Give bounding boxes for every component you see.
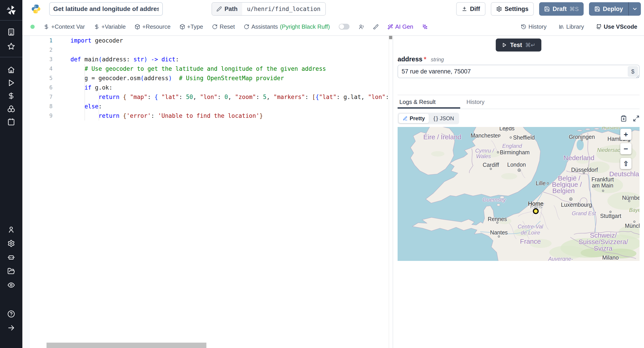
play-icon <box>8 79 15 87</box>
help-icon <box>8 310 15 318</box>
map-city-dot <box>510 137 512 139</box>
sidebar-item-workspace[interactable] <box>0 26 22 39</box>
sidebar-item-runs[interactable] <box>0 76 22 89</box>
map-city-dot <box>490 168 492 170</box>
view-pretty-label: Pretty <box>410 115 425 122</box>
brush-icon <box>373 24 378 30</box>
deploy-dropdown-button[interactable] <box>628 2 641 16</box>
map-locate-button[interactable]: ⇧ <box>620 158 632 169</box>
tab-history[interactable]: History <box>460 95 491 109</box>
map-zoom-in-button[interactable]: + <box>620 129 632 140</box>
ai-gen-button[interactable]: AI Gen <box>388 23 413 30</box>
vertical-scrollbar[interactable] <box>389 36 393 348</box>
sidebar-item-workers[interactable] <box>0 251 22 264</box>
address-input[interactable] <box>398 65 640 78</box>
braces-icon: { } <box>433 115 438 122</box>
copy-result-icon[interactable] <box>620 115 627 122</box>
sidebar-item-users[interactable] <box>0 223 22 236</box>
settings-label: Settings <box>505 6 528 13</box>
python-icon <box>31 4 41 14</box>
diff-icon <box>462 6 467 12</box>
map-city-dot <box>610 211 612 213</box>
home-icon <box>8 66 15 74</box>
code-line: return { "map": { "lat": 50, "lon": 0, "… <box>22 92 389 102</box>
add-type-label: +Type <box>187 23 203 30</box>
add-context-var-button[interactable]: +Context Var <box>44 23 85 30</box>
sidebar-item-home[interactable] <box>0 63 22 76</box>
arg-type: string <box>431 56 444 63</box>
arg-name: address <box>398 56 422 63</box>
map-city-dot <box>499 135 501 137</box>
reset-label: Reset <box>220 23 235 30</box>
result-map[interactable]: LeedsManchesterSheffieldBirminghamLondon… <box>398 127 640 261</box>
settings-button[interactable]: Settings <box>491 2 534 16</box>
dollar-icon <box>8 92 15 100</box>
sparkles-icon <box>422 24 428 30</box>
horizontal-scrollbar-thumb[interactable] <box>46 343 206 348</box>
test-button[interactable]: Test ⌘↵ <box>496 39 541 52</box>
dollar-icon <box>44 24 49 30</box>
boxes-icon <box>8 105 15 113</box>
bot-icon <box>8 254 15 261</box>
diff-button[interactable]: Diff <box>456 2 486 16</box>
draft-shortcut: ⌘S <box>569 6 579 12</box>
map-city-dot <box>583 172 585 174</box>
draft-button[interactable]: Draft ⌘S <box>539 2 584 16</box>
star-icon <box>8 43 15 50</box>
view-switcher: Pretty { } JSON <box>398 113 459 124</box>
assistants-button[interactable]: Assistants (Pyright Black Ruff) <box>244 23 330 30</box>
library-label: Library <box>566 23 584 30</box>
windmill-logo[interactable] <box>0 0 22 21</box>
format-button[interactable] <box>373 24 378 30</box>
view-json-button[interactable]: { } JSON <box>429 114 458 123</box>
script-title-input[interactable] <box>49 2 163 16</box>
library-button[interactable]: Library <box>558 23 584 30</box>
deploy-button[interactable]: Deploy <box>589 2 628 16</box>
assistants-label: Assistants <box>251 23 278 30</box>
map-capital-dot <box>518 169 521 172</box>
windmill-app: Path u/henri/find_location Diff Settings… <box>0 0 644 348</box>
rotate-icon <box>244 24 249 30</box>
map-city-dot <box>496 222 498 224</box>
sidebar-item-settings[interactable] <box>0 237 22 250</box>
resize-handle[interactable] <box>636 75 639 78</box>
sidebar-item-favorites[interactable] <box>0 40 22 53</box>
add-resource-label: +Resource <box>142 23 170 30</box>
code-line <box>22 45 389 55</box>
view-pretty-button[interactable]: Pretty <box>399 114 429 123</box>
multiplayer-button[interactable] <box>358 24 364 30</box>
sidebar-collapse[interactable] <box>0 321 22 334</box>
sidebar-item-audit[interactable] <box>0 279 22 292</box>
tab-logs-result[interactable]: Logs & Result <box>398 95 460 109</box>
add-resource-button[interactable]: +Resource <box>134 23 170 30</box>
arg-required-star: * <box>424 56 426 63</box>
reset-button[interactable]: Reset <box>212 23 235 30</box>
sidebar-item-resources[interactable] <box>0 102 22 115</box>
use-vscode-button[interactable]: Use VScode <box>596 23 637 30</box>
building-icon <box>8 28 15 36</box>
code-editor[interactable]: 123456789 import geocoderdef main(addres… <box>22 36 393 348</box>
add-variable-label: +Variable <box>102 23 126 30</box>
indent-guide <box>98 92 99 120</box>
map-city-dot <box>498 236 500 238</box>
ai-gen-label: AI Gen <box>395 23 413 30</box>
map-zoom-out-button[interactable]: − <box>620 143 632 154</box>
expand-icon[interactable] <box>633 115 640 122</box>
assistant-toggle[interactable] <box>339 24 350 30</box>
run-panel: Test ⌘↵ address * string $ Logs & Result <box>393 36 644 348</box>
sidebar-item-variables[interactable] <box>0 89 22 102</box>
add-variable-button[interactable]: +Variable <box>94 23 126 30</box>
ai-suggest-button[interactable] <box>422 24 428 30</box>
sidebar-item-schedules[interactable] <box>0 115 22 128</box>
test-shortcut: ⌘↵ <box>525 42 536 48</box>
add-type-button[interactable]: +Type <box>180 23 203 30</box>
path-chip[interactable]: Path u/henri/find_location <box>212 2 326 16</box>
result-tabs: Logs & Result History <box>398 95 640 109</box>
history-button[interactable]: History <box>521 23 546 30</box>
use-vscode-label: Use VScode <box>604 23 637 30</box>
code-area[interactable]: import geocoderdef main(address: str) ->… <box>22 36 389 342</box>
sidebar-item-help[interactable] <box>0 307 22 320</box>
vertical-scrollbar-thumb[interactable] <box>389 36 392 39</box>
home-marker[interactable] <box>533 208 539 214</box>
sidebar-item-folders[interactable] <box>0 265 22 278</box>
